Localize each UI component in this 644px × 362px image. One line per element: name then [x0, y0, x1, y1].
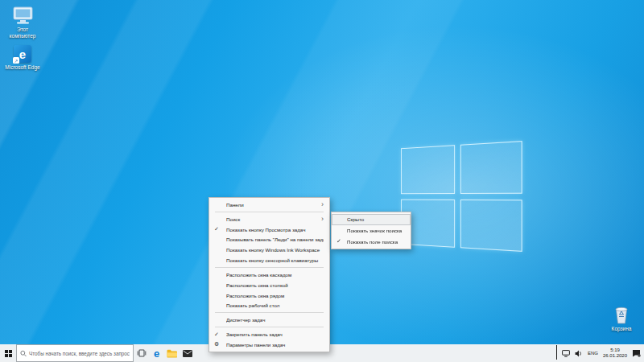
windows-logo	[401, 141, 522, 252]
menu-separator	[215, 212, 324, 212]
menu-item-label: Показать поле поиска	[347, 239, 405, 245]
menu-item-label: Показать значок поиска	[347, 228, 405, 233]
menu-item-label: Показывать панель "Люди" на панели задач	[226, 237, 324, 242]
show-hidden-icons-button[interactable]	[556, 346, 557, 360]
checkmark-icon: ✓	[214, 331, 226, 338]
menu-item-label: Поиск	[226, 216, 319, 222]
desktop-icon-recycle-bin[interactable]: Корзина	[603, 306, 640, 332]
menu-item-label: Диспетчер задач	[226, 317, 324, 323]
menu-item-label: Показать кнопку сенсорной клавиатуры	[226, 257, 324, 263]
gear-icon: ⚙	[214, 341, 226, 348]
chevron-right-icon: ›	[321, 216, 324, 223]
search-submenu: СкрытоПоказать значок поиска✓Показать по…	[331, 212, 411, 249]
menu-item-label: Показать рабочий стол	[226, 302, 324, 308]
menu-item-show-touch-keyboard-button[interactable]: Показать кнопку сенсорной клавиатуры	[209, 255, 329, 265]
menu-item-label: Параметры панели задач	[226, 342, 324, 348]
menu-item-label: Скрыто	[347, 216, 405, 222]
desktop-icon-label: Корзина	[612, 326, 632, 332]
menu-item-side-by-side-windows[interactable]: Расположить окна рядом	[209, 290, 329, 301]
windows-logo-pane	[401, 145, 455, 194]
windows-start-icon	[5, 350, 12, 357]
task-view-button[interactable]	[134, 344, 149, 362]
chevron-up-icon	[556, 345, 557, 360]
file-explorer-button[interactable]	[164, 344, 180, 362]
checkmark-icon: ✓	[336, 238, 347, 245]
desktop-icon-label: Этот компьютер	[4, 27, 41, 39]
menu-item-show-task-view-button[interactable]: ✓Показать кнопку Просмотра задач	[209, 224, 329, 235]
this-pc-icon	[12, 6, 34, 25]
menu-item-stack-windows[interactable]: Расположить окна стопкой	[209, 280, 329, 290]
chevron-right-icon: ›	[321, 201, 324, 208]
mail-icon	[183, 350, 192, 357]
menu-item-label: Показать кнопку Windows Ink Workspace	[226, 247, 324, 253]
system-tray: ENG 5:19 26.01.2020	[556, 344, 644, 362]
network-tray-button[interactable]	[562, 346, 570, 360]
menu-item-label: Закрепить панель задач	[226, 331, 324, 337]
volume-tray-button[interactable]	[575, 346, 583, 360]
network-icon	[562, 350, 570, 357]
menu-item-label: Показать кнопку Просмотра задач	[226, 227, 324, 232]
start-button[interactable]	[0, 344, 16, 362]
menu-item-show-ink-workspace-button[interactable]: Показать кнопку Windows Ink Workspace	[209, 245, 329, 255]
language-indicator[interactable]: ENG	[588, 351, 598, 356]
menu-item-search-hidden[interactable]: Скрыто	[332, 214, 411, 225]
speaker-icon	[575, 350, 583, 357]
menu-item-taskbar-settings[interactable]: ⚙Параметры панели задач	[209, 339, 329, 350]
menu-item-show-people-bar[interactable]: Показывать панель "Люди" на панели задач	[209, 235, 329, 245]
clock-date: 26.01.2020	[603, 353, 627, 359]
taskbar-context-menu: Панели›Поиск›✓Показать кнопку Просмотра …	[208, 197, 330, 352]
edge-icon: e	[154, 348, 159, 359]
clock-time: 5:19	[603, 348, 627, 353]
menu-item-lock-taskbar[interactable]: ✓Закрепить панель задач	[209, 329, 329, 339]
desktop-icon-microsoft-edge[interactable]: e ↗ Microsoft Edge	[4, 45, 41, 71]
shortcut-arrow-icon: ↗	[13, 57, 19, 64]
menu-item-search[interactable]: Поиск›	[209, 214, 329, 224]
menu-item-show-desktop[interactable]: Показать рабочий стол	[209, 301, 329, 311]
menu-item-label: Расположить окна рядом	[226, 293, 324, 298]
edge-icon: e ↗	[14, 45, 31, 63]
menu-item-label: Расположить окна стопкой	[226, 282, 324, 288]
mail-button[interactable]	[180, 344, 195, 362]
menu-item-cascade-windows[interactable]: Расположить окна каскадом	[209, 269, 329, 280]
taskbar-search-box[interactable]: Чтобы начать поиск, введите здесь запрос	[16, 344, 134, 362]
menu-item-toolbars[interactable]: Панели›	[209, 200, 329, 210]
menu-separator	[215, 312, 324, 313]
windows-logo-pane	[460, 200, 522, 252]
edge-taskbar-button[interactable]: e	[149, 344, 164, 362]
folder-icon	[167, 349, 177, 358]
taskbar-clock[interactable]: 5:19 26.01.2020	[603, 348, 627, 359]
menu-separator	[215, 327, 324, 327]
menu-item-show-search-box[interactable]: ✓Показать поле поиска	[332, 236, 411, 247]
windows-logo-pane	[460, 141, 522, 193]
menu-item-show-search-icon[interactable]: Показать значок поиска	[332, 225, 411, 237]
desktop-icon-this-pc[interactable]: Этот компьютер	[4, 6, 41, 39]
action-center-icon	[632, 349, 641, 357]
search-placeholder: Чтобы начать поиск, введите здесь запрос	[29, 351, 130, 356]
menu-item-label: Панели	[226, 202, 319, 208]
menu-item-label: Расположить окна каскадом	[226, 272, 324, 278]
menu-item-task-manager[interactable]: Диспетчер задач	[209, 315, 329, 325]
menu-separator	[215, 267, 324, 268]
action-center-button[interactable]	[632, 346, 641, 360]
edge-letter: e	[19, 48, 26, 60]
recycle-bin-icon	[613, 306, 630, 324]
checkmark-icon: ✓	[214, 226, 226, 232]
desktop-icon-label: Microsoft Edge	[5, 64, 39, 71]
task-view-icon	[137, 348, 147, 358]
search-icon	[20, 350, 27, 357]
